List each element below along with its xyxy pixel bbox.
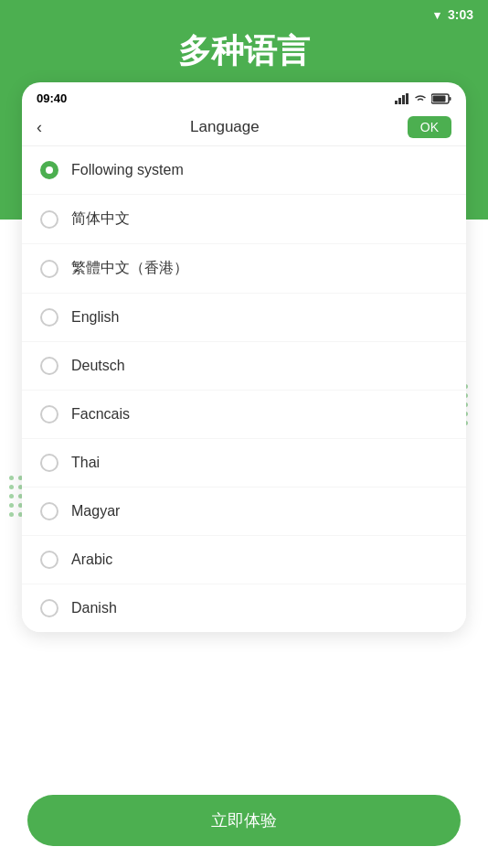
- signal-icon: [395, 93, 409, 104]
- radio-en: [40, 308, 58, 327]
- svg-rect-5: [433, 95, 446, 102]
- svg-rect-6: [450, 97, 451, 101]
- language-item-hu[interactable]: Magyar: [22, 488, 466, 536]
- language-label-th: Thai: [71, 455, 100, 471]
- language-label-zh-hk: 繁體中文（香港）: [71, 259, 188, 278]
- wifi-icon: [413, 93, 428, 104]
- radio-ar: [40, 551, 58, 569]
- language-item-ar[interactable]: Arabic: [22, 536, 466, 584]
- wifi-icon: ▾: [434, 8, 440, 22]
- nav-bar: ‹ Language OK: [22, 109, 466, 146]
- language-label-da: Danish: [71, 600, 117, 616]
- radio-hu: [40, 502, 58, 520]
- radio-da: [40, 599, 58, 617]
- language-label-en: English: [71, 309, 119, 326]
- phone-card: 09:40: [22, 82, 466, 632]
- phone-time: 09:40: [37, 91, 67, 105]
- language-item-zh-hk[interactable]: 繁體中文（香港）: [22, 244, 466, 294]
- language-label-following-system: Following system: [71, 162, 184, 178]
- language-list: Following system 简体中文 繁體中文（香港） English D…: [22, 146, 466, 632]
- ok-button[interactable]: OK: [408, 116, 451, 138]
- language-item-following-system[interactable]: Following system: [22, 146, 466, 195]
- language-item-th[interactable]: Thai: [22, 439, 466, 488]
- cta-button[interactable]: 立即体验: [27, 795, 461, 846]
- svg-rect-1: [398, 98, 401, 104]
- language-label-fr: Facncais: [71, 406, 130, 423]
- radio-th: [40, 454, 58, 472]
- language-item-de[interactable]: Deutsch: [22, 342, 466, 391]
- cta-container: 立即体验: [0, 784, 488, 868]
- language-label-ar: Arabic: [71, 552, 112, 568]
- svg-rect-3: [406, 93, 408, 104]
- language-label-hu: Magyar: [71, 503, 120, 520]
- svg-rect-2: [402, 95, 405, 104]
- language-item-en[interactable]: English: [22, 294, 466, 342]
- language-item-fr[interactable]: Facncais: [22, 391, 466, 439]
- radio-zh-hk: [40, 260, 58, 278]
- page-title: 多种语言: [18, 29, 470, 74]
- back-button[interactable]: ‹: [37, 118, 42, 137]
- language-label-zh-cn: 简体中文: [71, 209, 130, 229]
- status-bar: ▾ 3:03: [0, 0, 488, 29]
- battery-icon: [431, 93, 451, 104]
- radio-zh-cn: [40, 210, 58, 229]
- phone-status-bar: 09:40: [22, 82, 466, 109]
- language-item-da[interactable]: Danish: [22, 584, 466, 632]
- radio-following-system: [40, 161, 58, 179]
- radio-fr: [40, 405, 58, 423]
- nav-title: Language: [190, 118, 260, 136]
- radio-de: [40, 357, 58, 375]
- time-display: 3:03: [448, 7, 473, 22]
- language-item-zh-cn[interactable]: 简体中文: [22, 195, 466, 244]
- language-label-de: Deutsch: [71, 358, 125, 374]
- svg-rect-0: [395, 101, 398, 104]
